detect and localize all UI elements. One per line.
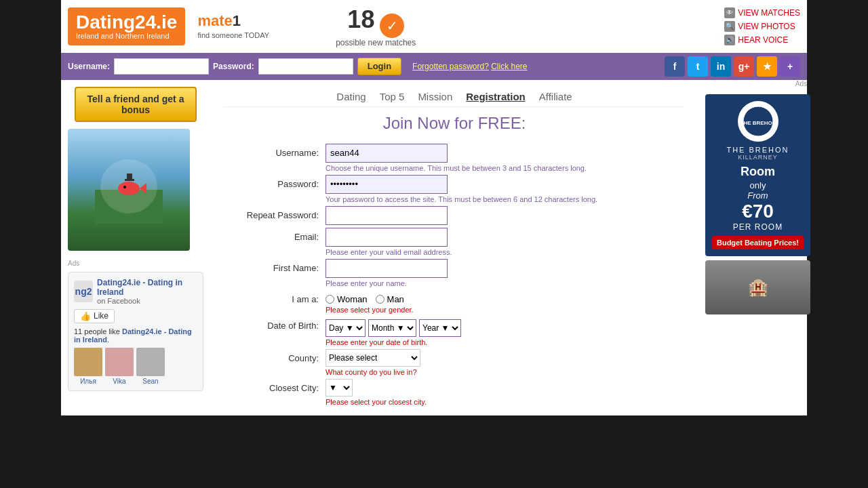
hotel-location: KILLARNEY xyxy=(712,154,804,161)
hotel-logo: THE BREHON xyxy=(738,101,778,142)
nav-top5[interactable]: Top 5 xyxy=(380,91,405,102)
view-matches-link[interactable]: 👁 VIEW MATCHES xyxy=(724,7,800,18)
city-hint: Please select your closest city. xyxy=(326,398,685,406)
gender-man-text: Man xyxy=(387,294,404,304)
main-layout: Tell a friend and get a bonus xyxy=(61,80,807,415)
ad-label-right: Ads xyxy=(698,80,807,87)
dob-row: Date of Birth: Day ▼ Month ▼ Year ▼ xyxy=(224,317,685,346)
site-logo: Dating24.ie Ireland and Northern Ireland xyxy=(68,7,185,45)
city-field-area: ▼ Please select your closest city. xyxy=(326,379,685,406)
password-field[interactable] xyxy=(326,175,448,194)
googleplus-icon[interactable]: g+ xyxy=(734,56,754,77)
fb-person-1: Илья xyxy=(74,348,102,385)
fb-person-3: Sean xyxy=(136,348,165,385)
county-field-area: Please select What county do you live in… xyxy=(326,349,685,376)
fb-person-name-2: Vika xyxy=(105,378,134,385)
photo-icon: 🔍 xyxy=(724,21,735,32)
plus-icon[interactable]: + xyxy=(780,56,800,77)
hear-voice-label: HEAR VOICE xyxy=(738,35,788,45)
fb-person-img-2 xyxy=(105,348,134,376)
forgotten-clickhere: Click here xyxy=(491,62,527,71)
repeat-password-label: Repeat Password: xyxy=(224,206,319,220)
mate1-logo: mate1 find someone TODAY xyxy=(192,9,275,43)
county-hint: What county do you live in? xyxy=(326,368,685,376)
email-field-area: Please enter your valid email address. xyxy=(326,228,685,256)
password-form-label: Password: xyxy=(224,175,319,189)
fb-page-name[interactable]: Dating24.ie - Dating in Ireland xyxy=(97,278,197,297)
repeat-password-field[interactable] xyxy=(326,206,448,225)
twitter-icon[interactable]: t xyxy=(688,56,708,77)
nav-affiliate[interactable]: Affiliate xyxy=(539,91,572,102)
hotel-ad-content: THE BREHON THE BREHON KILLARNEY Room onl… xyxy=(705,94,810,256)
dob-day-select[interactable]: Day ▼ xyxy=(326,319,366,337)
fb-person-2: Vika xyxy=(105,348,134,385)
username-input[interactable] xyxy=(114,58,209,75)
county-row: County: Please select What county do you… xyxy=(224,349,685,376)
linkedin-icon[interactable]: in xyxy=(711,56,731,77)
fb-avatars: Илья Vika Sean xyxy=(74,348,197,385)
email-field[interactable] xyxy=(326,228,448,247)
nav-dating[interactable]: Dating xyxy=(336,91,366,102)
username-field[interactable] xyxy=(326,144,448,163)
fb-person-img-3 xyxy=(136,348,165,376)
password-label: Password: xyxy=(213,62,254,71)
username-form-label: Username: xyxy=(224,144,319,158)
facebook-widget: ng2 Dating24.ie - Dating in Ireland on F… xyxy=(68,272,203,391)
hotel-room-label: Room xyxy=(712,165,804,179)
gender-radio-group: Woman Man xyxy=(326,290,685,304)
hotel-budget-badge: Budget Beating Prices! xyxy=(712,236,804,249)
city-select[interactable]: ▼ xyxy=(326,379,353,396)
logo-text: Dating24.ie xyxy=(76,13,177,32)
gender-woman-radio[interactable] xyxy=(326,295,334,304)
svg-rect-6 xyxy=(127,174,132,180)
tell-friend-button[interactable]: Tell a friend and get a bonus xyxy=(75,87,197,122)
facebook-icon[interactable]: f xyxy=(665,56,685,77)
email-row: Email: Please enter your valid email add… xyxy=(224,228,685,256)
matches-count: 18 xyxy=(347,5,374,33)
county-select[interactable]: Please select xyxy=(326,349,420,367)
firstname-hint: Please enter your name. xyxy=(326,279,685,287)
hear-voice-link[interactable]: 🔊 HEAR VOICE xyxy=(724,35,800,45)
forgotten-password-link[interactable]: Forgotten password? Click here xyxy=(412,62,527,71)
login-button[interactable]: Login xyxy=(357,58,401,75)
form-title: Join Now for FREE: xyxy=(224,114,685,133)
fb-page-info: Dating24.ie - Dating in Ireland on Faceb… xyxy=(97,278,197,305)
gender-man-radio[interactable] xyxy=(376,295,384,304)
hotel-per-room: PER ROOM xyxy=(712,222,804,232)
password-hint: Your password to access the site. This m… xyxy=(326,195,685,203)
gender-label: I am a: xyxy=(224,290,319,304)
firstname-field[interactable] xyxy=(326,259,448,278)
username-label: Username: xyxy=(68,62,110,71)
username-row: Username: Choose the unique username. Th… xyxy=(224,144,685,172)
password-field-area: Your password to access the site. This m… xyxy=(326,175,685,203)
county-label: County: xyxy=(224,349,319,363)
password-input[interactable] xyxy=(258,58,353,75)
ad-text: Ads xyxy=(68,260,79,267)
fish-bg-image xyxy=(68,129,190,251)
fb-person-name-3: Sean xyxy=(136,378,165,385)
stumble-icon[interactable]: ★ xyxy=(757,56,777,77)
dob-label: Date of Birth: xyxy=(224,317,319,331)
gender-hint: Please select your gender. xyxy=(326,306,685,314)
hotel-price: €70 xyxy=(712,201,804,222)
right-sidebar: Ads THE BREHON THE BREHON KILLARNEY Room… xyxy=(698,80,807,415)
view-photos-link[interactable]: 🔍 VIEW PHOTOS xyxy=(724,21,800,32)
nav-mission[interactable]: Mission xyxy=(418,91,452,102)
fb-like-button[interactable]: 👍 Like xyxy=(74,309,115,323)
right-links: 👁 VIEW MATCHES 🔍 VIEW PHOTOS 🔊 HEAR VOIC… xyxy=(724,7,800,45)
mate1-tagline: find someone TODAY xyxy=(197,31,269,39)
svg-text:THE BREHON: THE BREHON xyxy=(741,120,775,126)
dob-year-select[interactable]: Year ▼ xyxy=(419,319,461,337)
hotel-bottom-image: 🏨 xyxy=(705,260,810,314)
dob-month-select[interactable]: Month ▼ xyxy=(368,319,416,337)
view-matches-label: VIEW MATCHES xyxy=(738,8,800,18)
left-sidebar: Tell a friend and get a bonus xyxy=(61,80,210,415)
password-row: Password: Your password to access the si… xyxy=(224,175,685,203)
gender-woman-label[interactable]: Woman xyxy=(326,294,368,304)
hotel-building-icon: 🏨 xyxy=(748,278,768,297)
nav-registration[interactable]: Registration xyxy=(466,91,526,102)
fb-header: ng2 Dating24.ie - Dating in Ireland on F… xyxy=(74,278,197,305)
dob-field-area: Day ▼ Month ▼ Year ▼ Please enter your d… xyxy=(326,317,685,346)
firstname-label: First Name: xyxy=(224,259,319,273)
gender-man-label[interactable]: Man xyxy=(376,294,404,304)
